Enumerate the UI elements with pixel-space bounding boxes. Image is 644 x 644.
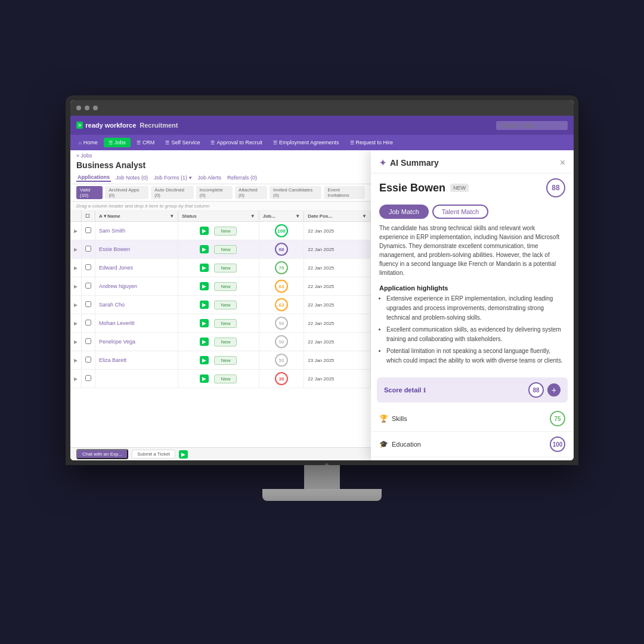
row-name-1[interactable]: Essie Bowen [95,240,178,259]
row-name-0[interactable]: Sam Smith [95,222,178,240]
col-status[interactable]: Status ▼ [178,211,259,222]
row-checkbox-8[interactable] [82,370,95,388]
col-name[interactable]: A ▾ Name ▼ [95,211,178,222]
row-date-1: 22 Jan 2025 [304,240,371,259]
row-name-3[interactable]: Andrew Nguyen [95,277,178,296]
nav-tab-self-service-label: Self Service [171,140,200,145]
search-input[interactable] [496,121,568,130]
row-arrow-1[interactable]: ▶ [200,245,209,253]
browser-bar [70,100,574,116]
row-expand-0[interactable]: ▶ [70,222,82,240]
education-icon: 🎓 [379,440,388,448]
filter-valid[interactable]: Valid (10) [76,186,103,199]
row-status-0: ▶ New [178,222,259,240]
row-arrow-6[interactable]: ▶ [200,338,209,346]
nav-tab-approval[interactable]: ☰ Approval to Recruit [206,138,267,147]
nav-tab-crm[interactable]: ☰ CRM [132,138,160,147]
nav-tab-request[interactable]: ☰ Request to Hire [345,138,398,147]
row-expand-2[interactable]: ▶ [70,259,82,277]
row-expand-5[interactable]: ▶ [70,314,82,333]
tab-talent-match[interactable]: Talent Match [432,205,488,219]
row-status-btn-6[interactable]: New [214,338,237,346]
row-arrow-4[interactable]: ▶ [200,301,209,309]
chat-button[interactable]: Chat with an Exp... [76,449,128,459]
row-checkbox-2[interactable] [82,259,95,277]
filter-auto-declined[interactable]: Auto Declined (0) [151,186,194,199]
row-checkbox-7[interactable] [82,351,95,370]
row-name-5[interactable]: Mohan Leveritt [95,314,178,333]
row-expand-6[interactable]: ▶ [70,333,82,351]
row-checkbox-0[interactable] [82,222,95,240]
brand-logo: > ready workforce Recruitment [76,122,178,129]
row-checkbox-3[interactable] [82,277,95,296]
row-arrow-0[interactable]: ▶ [200,227,209,235]
col-date[interactable]: Date Pos... ▼ [304,211,371,222]
row-name-7[interactable]: Eliza Barett [95,351,178,370]
education-score: 100 [550,436,565,452]
sub-tab-applications[interactable]: Applications [76,174,111,182]
row-arrow-8[interactable]: ▶ [200,374,209,383]
row-status-btn-3[interactable]: New [214,282,237,291]
row-name-8[interactable] [95,370,178,388]
row-checkbox-1[interactable] [82,240,95,259]
sub-tab-referrals[interactable]: Referrals (0) [226,174,258,181]
row-status-btn-7[interactable]: New [214,356,237,365]
row-expand-8[interactable]: ▶ [70,370,82,388]
row-status-btn-0[interactable]: New [214,227,237,236]
nav-tab-employment[interactable]: ☰ Employment Agreements [268,138,344,147]
row-expand-7[interactable]: ▶ [70,351,82,370]
table-row: ▶ ▶ New 38 22 Jan 2025 [70,370,371,388]
monitor-base [262,489,382,501]
row-expand-4[interactable]: ▶ [70,296,82,314]
row-score-3: 63 [259,277,304,296]
filter-incomplete[interactable]: Incomplete (0) [196,186,233,199]
row-name-6[interactable]: Penelope Vega [95,333,178,351]
filter-row: Valid (10) Archived Apps (0) Auto Declin… [70,184,371,202]
row-status-btn-4[interactable]: New [214,301,237,309]
filter-event[interactable]: Event Invitations [324,186,365,199]
col-job[interactable]: Job... ▼ [259,211,304,222]
row-score-7: 50 [259,351,304,370]
row-status-5: ▶ New [178,314,259,333]
row-name-4[interactable]: Sarah Cho [95,296,178,314]
sub-tab-job-alerts[interactable]: Job Alerts [197,174,223,181]
row-date-3: 22 Jan 2025 [304,277,371,296]
row-expand-1[interactable]: ▶ [70,240,82,259]
row-status-btn-5[interactable]: New [214,319,237,328]
filter-archived[interactable]: Archived Apps (0) [105,186,148,199]
arrow-button[interactable]: ▶ [179,450,188,459]
filter-attached[interactable]: Attached (0) [235,186,267,199]
row-checkbox-5[interactable] [82,314,95,333]
brand-name: ready workforce [85,122,136,129]
app-content: > ready workforce Recruitment ⌂ Home ☰ J… [70,116,574,460]
row-status-7: ▶ New [178,351,259,370]
table-row: ▶ Mohan Leveritt ▶ New 50 22 Jan 2025 [70,314,371,333]
expand-circle[interactable]: + [547,383,561,397]
score-circle-3: 63 [275,280,288,293]
filter-invited[interactable]: Invited Candidates (0) [270,186,321,199]
row-arrow-3[interactable]: ▶ [200,282,209,290]
row-expand-3[interactable]: ▶ [70,277,82,296]
sub-tab-job-notes[interactable]: Job Notes (0) [114,174,149,181]
sub-tab-job-forms[interactable]: Job Forms (1) ▾ [153,174,193,181]
row-arrow-2[interactable]: ▶ [200,264,209,272]
ticket-button[interactable]: Submit a Ticket [132,450,175,459]
row-name-2[interactable]: Edward Jones [95,259,178,277]
row-arrow-7[interactable]: ▶ [200,356,209,364]
nav-tab-home[interactable]: ⌂ Home [74,138,103,147]
row-status-btn-1[interactable]: New [214,245,237,254]
tab-job-match[interactable]: Job Match [379,205,429,219]
row-status-4: ▶ New [178,296,259,314]
data-table: ☐ A ▾ Name ▼ Status ▼ Job... ▼ Date Pos.… [70,211,371,447]
close-button[interactable]: × [560,157,565,168]
row-checkbox-6[interactable] [82,333,95,351]
left-panel: » Jobs Business Analyst Applications Job… [70,150,371,460]
nav-tab-jobs[interactable]: ☰ Jobs [104,138,131,147]
row-arrow-5[interactable]: ▶ [200,319,209,327]
row-score-8: 38 [259,370,304,388]
row-status-btn-8[interactable]: New [214,374,237,383]
nav-tab-self-service[interactable]: ☰ Self Service [160,138,205,147]
row-checkbox-4[interactable] [82,296,95,314]
row-status-btn-2[interactable]: New [214,264,237,273]
bottom-bar: Chat with an Exp... Submit a Ticket ▶ [70,447,371,460]
